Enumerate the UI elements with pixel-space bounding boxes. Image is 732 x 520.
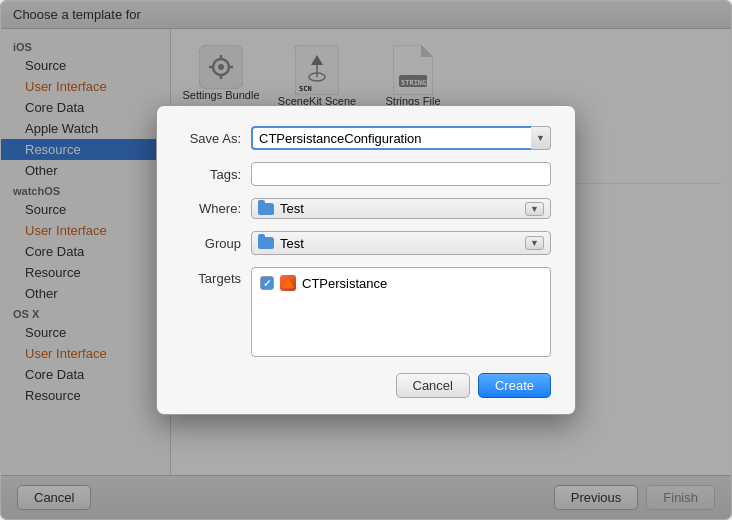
save-as-input-wrapper: ▼	[251, 126, 551, 150]
where-label: Where:	[181, 201, 251, 216]
where-row: Where: Test ▼	[181, 198, 551, 219]
targets-box: CTPersistance	[251, 267, 551, 357]
save-as-input[interactable]	[251, 126, 531, 150]
dialog-create-button[interactable]: Create	[478, 373, 551, 398]
group-dropdown[interactable]: Test ▼	[251, 231, 551, 255]
dialog-overlay: Save As: ▼ Tags: Where: Test ▼	[1, 1, 731, 519]
svg-marker-16	[282, 277, 294, 288]
save-as-row: Save As: ▼	[181, 126, 551, 150]
group-value: Test	[280, 236, 304, 251]
tags-label: Tags:	[181, 167, 251, 182]
where-select[interactable]: Test ▼	[251, 198, 551, 219]
dialog-buttons: Cancel Create	[181, 373, 551, 398]
group-arrow[interactable]: ▼	[525, 236, 544, 250]
targets-label: Targets	[181, 271, 251, 286]
folder-icon	[258, 203, 274, 215]
target-name: CTPersistance	[302, 276, 387, 291]
target-checkbox[interactable]	[260, 276, 274, 290]
dialog-cancel-button[interactable]: Cancel	[396, 373, 470, 398]
main-window: Choose a template for iOS Source User In…	[0, 0, 732, 520]
tags-row: Tags:	[181, 162, 551, 186]
target-item: CTPersistance	[256, 272, 546, 294]
save-as-arrow[interactable]: ▼	[531, 126, 551, 150]
group-row: Group Test ▼	[181, 231, 551, 255]
save-as-label: Save As:	[181, 131, 251, 146]
tags-input[interactable]	[251, 162, 551, 186]
save-dialog: Save As: ▼ Tags: Where: Test ▼	[156, 105, 576, 415]
targets-row: Targets CTPersistance	[181, 267, 551, 357]
where-arrow[interactable]: ▼	[525, 202, 544, 216]
where-value: Test	[280, 201, 304, 216]
group-label: Group	[181, 236, 251, 251]
group-folder-icon	[258, 237, 274, 249]
target-app-icon	[280, 275, 296, 291]
